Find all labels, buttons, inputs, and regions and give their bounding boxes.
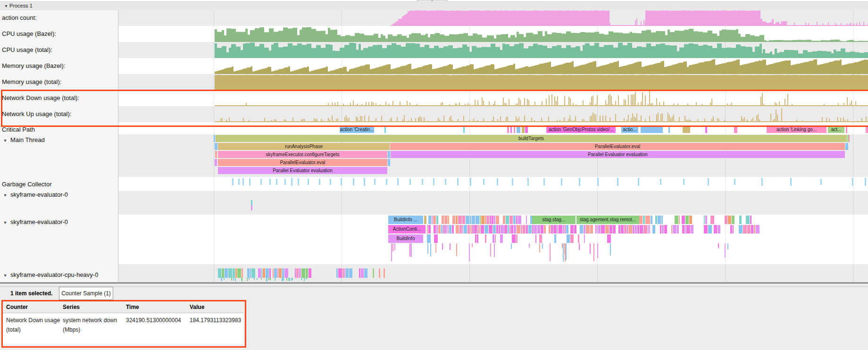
drop-slice[interactable] [306, 278, 307, 279]
drop-slice[interactable] [472, 243, 473, 247]
band-slice[interactable] [467, 225, 470, 233]
drop-slice[interactable] [301, 278, 302, 280]
band-slice[interactable] [679, 216, 680, 224]
gc-tick-slice[interactable] [238, 179, 240, 185]
band-slice[interactable] [481, 216, 484, 224]
band-slice[interactable] [433, 216, 436, 224]
band-slice[interactable] [565, 225, 566, 233]
tab-counter-sample[interactable]: Counter Sample (1) [59, 287, 113, 300]
critical-path-slice[interactable] [641, 126, 663, 133]
drop-slice[interactable] [283, 278, 284, 280]
gc-tick-slice[interactable] [708, 178, 709, 185]
band-slice[interactable] [743, 225, 747, 233]
band-slice[interactable] [496, 225, 498, 233]
band-slice[interactable] [754, 225, 755, 233]
band-slice[interactable] [477, 225, 479, 233]
drop-slice[interactable] [563, 243, 564, 262]
band-slice[interactable] [607, 234, 611, 243]
band-slice[interactable] [428, 216, 431, 224]
drop-slice[interactable] [304, 278, 305, 281]
band-slice[interactable] [228, 268, 232, 278]
drop-slice[interactable] [242, 278, 242, 282]
drop-slice[interactable] [725, 243, 726, 258]
band-slice[interactable] [235, 268, 237, 278]
drop-slice[interactable] [249, 278, 250, 280]
gc-tick-slice[interactable] [512, 178, 513, 185]
drop-slice[interactable] [727, 243, 728, 250]
band-slice[interactable] [551, 225, 553, 233]
band-slice[interactable] [349, 268, 352, 278]
gc-tick-slice[interactable] [445, 179, 446, 185]
band-slice[interactable] [492, 234, 494, 243]
band-slice[interactable] [651, 216, 652, 224]
band-slice[interactable] [448, 225, 449, 233]
band-slice[interactable] [739, 225, 743, 233]
skyframe-tick-slice[interactable] [251, 200, 252, 205]
main-thread-slice[interactable]: ParallelEvaluator.eval [390, 143, 845, 150]
skyframe-slice[interactable]: BuildInfo [388, 234, 423, 243]
band-slice[interactable] [627, 225, 628, 233]
band-slice[interactable] [649, 225, 650, 233]
band-slice[interactable] [427, 225, 428, 233]
gc-tick-slice[interactable] [260, 179, 262, 184]
band-slice[interactable] [222, 268, 224, 278]
sidebar-item-main-thread[interactable]: ▾Main Thread [0, 136, 118, 144]
band-slice[interactable] [295, 268, 296, 278]
band-slice[interactable] [274, 268, 277, 278]
band-slice[interactable] [511, 225, 513, 233]
band-slice[interactable] [590, 225, 593, 233]
band-slice[interactable] [480, 216, 481, 224]
critical-path-slice[interactable] [507, 126, 509, 133]
band-slice[interactable] [462, 216, 465, 224]
gc-tick-slice[interactable] [422, 179, 423, 185]
band-slice[interactable] [646, 216, 650, 224]
band-slice[interactable] [225, 268, 228, 278]
band-slice[interactable] [671, 225, 672, 233]
band-slice[interactable] [675, 216, 678, 224]
gc-tick-slice[interactable] [683, 179, 684, 185]
band-slice[interactable] [514, 225, 516, 233]
band-slice[interactable] [559, 225, 562, 233]
gc-tick-slice[interactable] [284, 179, 286, 185]
band-slice[interactable] [481, 225, 484, 233]
band-slice[interactable] [242, 268, 243, 278]
drop-slice[interactable] [597, 243, 598, 258]
timeline-canvas[interactable]: action 'Creatin...action 'GenObjcProtos … [0, 0, 868, 282]
critical-path-slice[interactable] [463, 126, 465, 133]
band-slice[interactable] [458, 216, 462, 224]
band-slice[interactable] [652, 225, 655, 233]
drop-slice[interactable] [539, 243, 540, 252]
band-slice[interactable] [474, 225, 477, 233]
band-slice[interactable] [251, 268, 255, 278]
band-slice[interactable] [746, 216, 750, 224]
band-slice[interactable] [586, 225, 590, 233]
band-slice[interactable] [477, 234, 478, 243]
band-slice[interactable] [609, 225, 612, 233]
drop-slice[interactable] [590, 243, 591, 254]
band-slice[interactable] [476, 216, 479, 224]
gc-tick-slice[interactable] [579, 178, 580, 186]
sidebar-item-critical-path[interactable]: Critical Path [0, 125, 120, 134]
band-slice[interactable] [708, 225, 712, 233]
band-slice[interactable] [658, 216, 661, 224]
band-slice[interactable] [534, 225, 537, 233]
gc-tick-slice[interactable] [291, 178, 292, 186]
band-slice[interactable] [584, 234, 585, 243]
band-slice[interactable] [494, 216, 495, 224]
critical-path-slice[interactable] [668, 126, 670, 133]
drop-slice[interactable] [529, 243, 530, 248]
band-slice[interactable] [704, 225, 708, 233]
counter-chart-network-up-usage-total-[interactable] [118, 106, 868, 122]
band-slice[interactable] [517, 225, 520, 233]
drop-slice[interactable] [550, 243, 551, 261]
main-thread-slice[interactable]: Parallel Evaluator evaluation [218, 167, 387, 174]
critical-path-slice[interactable] [514, 126, 515, 133]
drop-slice[interactable] [593, 243, 594, 261]
band-slice[interactable] [464, 225, 467, 233]
drop-slice[interactable] [292, 278, 292, 281]
panel-splitter[interactable] [0, 282, 868, 288]
band-slice[interactable] [750, 216, 751, 224]
main-thread-slice[interactable] [845, 143, 848, 150]
critical-path-slice[interactable]: action 'Linking go... [767, 126, 826, 133]
band-slice[interactable] [492, 216, 493, 224]
